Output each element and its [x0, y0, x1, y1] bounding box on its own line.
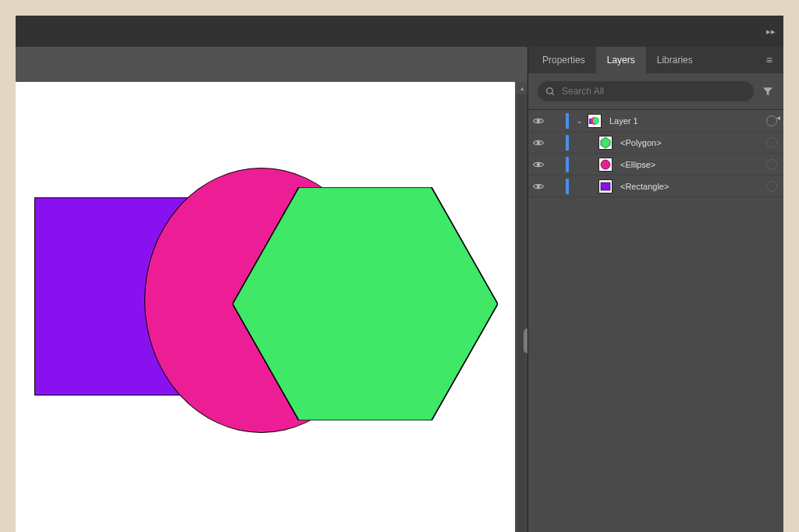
filter-icon[interactable] — [762, 85, 774, 98]
tab-layers[interactable]: Layers — [596, 47, 646, 73]
visibility-toggle[interactable] — [531, 139, 545, 147]
eye-icon — [533, 183, 544, 190]
topbar: ▸▸ — [16, 16, 783, 47]
visibility-toggle[interactable] — [531, 183, 545, 190]
vertical-scrollbar[interactable]: ▴ — [517, 82, 527, 532]
tab-properties[interactable]: Properties — [531, 47, 596, 73]
layers-search-row — [528, 73, 783, 110]
layer-row-rectangle[interactable]: <Rectangle> — [528, 176, 783, 197]
scroll-up-arrow[interactable]: ▴ — [517, 82, 527, 94]
canvas-area[interactable]: ▴ — [16, 47, 527, 532]
svg-point-10 — [601, 160, 610, 169]
layer-color-strip — [566, 157, 569, 172]
panel-divider-handle[interactable] — [524, 328, 527, 353]
layers-list: ◂ ⌄ Layer 1 — [528, 110, 783, 532]
layer-row-polygon[interactable]: <Polygon> — [528, 132, 783, 154]
collapse-panels-icon[interactable]: ▸▸ — [766, 27, 776, 37]
layer-options-icon[interactable]: ◂ — [776, 113, 780, 122]
search-input[interactable] — [562, 86, 746, 97]
search-icon — [545, 87, 556, 97]
svg-point-1 — [547, 87, 553, 94]
item-name[interactable]: <Rectangle> — [620, 182, 760, 191]
eye-icon — [533, 117, 544, 125]
item-thumbnail — [598, 158, 613, 172]
layers-panel: Properties Layers Libraries ≡ ◂ — [527, 47, 783, 532]
target-selector[interactable] — [766, 115, 777, 126]
visibility-toggle[interactable] — [531, 161, 545, 168]
eye-icon — [533, 161, 544, 168]
item-thumbnail — [598, 179, 613, 193]
chevron-down-icon[interactable]: ⌄ — [575, 117, 584, 125]
layer-color-strip — [566, 113, 569, 129]
tab-libraries[interactable]: Libraries — [646, 47, 704, 73]
layer-row-ellipse[interactable]: <Ellipse> — [528, 154, 783, 176]
svg-point-7 — [537, 141, 540, 144]
svg-point-9 — [537, 163, 540, 166]
main-row: ▴ Properties Layers Libraries ≡ — [16, 47, 783, 532]
target-selector[interactable] — [766, 181, 777, 192]
eye-icon — [533, 139, 544, 147]
layer-color-strip — [566, 135, 569, 151]
item-name[interactable]: <Ellipse> — [620, 160, 760, 169]
visibility-toggle[interactable] — [531, 117, 545, 125]
app-window: ▸▸ ▴ Properties Layers Libraries ≡ — [16, 16, 783, 532]
svg-line-2 — [552, 93, 554, 95]
panel-tabs: Properties Layers Libraries ≡ — [528, 47, 783, 73]
svg-marker-0 — [233, 187, 498, 420]
layer-thumbnail — [588, 114, 602, 128]
search-box[interactable] — [538, 81, 754, 101]
artboard[interactable] — [16, 82, 515, 532]
item-thumbnail — [598, 136, 613, 150]
svg-marker-8 — [601, 137, 610, 148]
polygon-shape[interactable] — [233, 187, 498, 420]
item-name[interactable]: <Polygon> — [620, 138, 760, 147]
target-selector[interactable] — [766, 159, 777, 170]
panel-menu-icon[interactable]: ≡ — [760, 54, 780, 66]
layer-row-root[interactable]: ⌄ Layer 1 — [528, 110, 783, 132]
layer-name[interactable]: Layer 1 — [609, 116, 760, 126]
svg-point-3 — [537, 119, 540, 122]
target-selector[interactable] — [766, 137, 777, 148]
layer-color-strip — [566, 179, 569, 194]
svg-rect-12 — [601, 183, 610, 190]
svg-point-11 — [537, 185, 540, 188]
